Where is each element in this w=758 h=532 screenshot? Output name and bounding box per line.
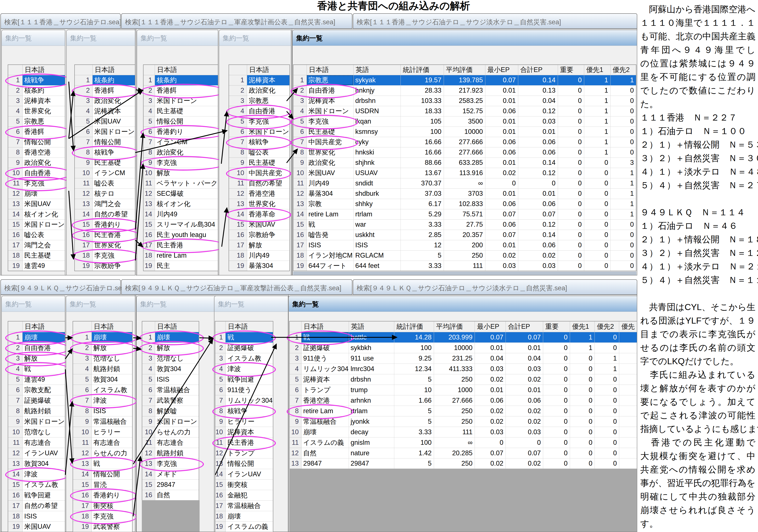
table-row[interactable]: 11李克強 [8, 178, 65, 189]
table-row[interactable]: 13鴻門之会 [75, 199, 135, 209]
tab-aggregate-list[interactable]: 集約一覧 [292, 30, 637, 46]
table-row[interactable]: 3政治変化 [75, 96, 135, 106]
table-row[interactable]: 19宗教紛争 [75, 261, 135, 271]
table-row[interactable]: 6米国ドローン [75, 126, 135, 137]
table-row[interactable]: 13敦賀304 [8, 458, 65, 469]
table-row[interactable]: 17解放 [229, 240, 290, 250]
table-row[interactable]: 13298472984752500.020.02000 [290, 458, 637, 469]
table-row[interactable]: 14津波 [8, 469, 65, 479]
table-row[interactable]: 11有志連合 [73, 437, 132, 448]
tab-aggregate-list[interactable]: 集約一覧 [136, 296, 218, 311]
table-row[interactable]: 3911使う911 use9.25231.250.040.04001 [290, 353, 637, 364]
window-titlebar-top-mid[interactable]: 検索[１１１香港＿サウジ石油テロ＿軍産攻撃計画公表＿自然災害.sea] [121, 13, 352, 29]
window-titlebar-bottom-mid[interactable]: 検索[９４９ＬＫＱ＿サウジ石油テロ＿軍産攻撃計画公表＿自然災害.sea] [121, 279, 352, 295]
table-row[interactable]: 2解放 [142, 342, 199, 353]
table-row[interactable]: 14核イオン化 [8, 209, 65, 219]
table-row[interactable]: 18ISIS [8, 511, 65, 521]
table-row[interactable]: 13情報公開 [215, 458, 273, 469]
table-row[interactable]: 13戦 [73, 458, 132, 469]
tab-aggregate-list[interactable]: 集約一覧 [137, 30, 218, 46]
table-row[interactable]: 15衝突核 [215, 479, 273, 490]
table-row[interactable]: 15米国UAV [229, 219, 290, 230]
table-row[interactable]: 4民主基礎 [143, 106, 218, 116]
tab-aggregate-list[interactable]: 集約一覧 [219, 30, 291, 46]
table-row[interactable]: 5戦争回避 [215, 374, 273, 385]
table-row[interactable]: 1核戦争 [8, 75, 65, 85]
table-row[interactable]: 19暴落304 [229, 261, 290, 271]
table-row[interactable]: 10解放 [143, 168, 218, 178]
table-row[interactable]: 4泥棒資本 [75, 106, 135, 116]
table-row[interactable]: 16嘘公表 [8, 230, 65, 240]
table-row[interactable]: 6トランプtrump1010000.010.01000 [290, 385, 637, 395]
table-row[interactable]: 17衝突核 [73, 500, 132, 511]
table-row[interactable]: 6民主基礎ksmnsy100100000.010.01010 [293, 126, 636, 137]
table-row[interactable]: 3米国ドローン [143, 96, 218, 106]
table-row[interactable]: 1戦 [215, 332, 273, 342]
table-row[interactable]: 18retire Lam [143, 250, 218, 261]
table-row[interactable]: 5連雲49 [8, 374, 65, 385]
table-row[interactable]: 16嘘告発uskkht2.8520.3570.070.14000 [293, 230, 636, 240]
table-row[interactable]: 15米国ドローン [8, 219, 65, 230]
table-row[interactable]: 3宗教悪 [229, 96, 290, 106]
table-row[interactable]: 16金融犯 [215, 490, 273, 500]
table-row[interactable]: 10范増なし [8, 427, 65, 437]
table-row[interactable]: 5米国UAV [75, 116, 135, 126]
table-row[interactable]: 4戦 [8, 364, 65, 374]
table-row[interactable]: 16香港釣り [73, 490, 132, 500]
table-row[interactable]: 10自由香港 [8, 168, 65, 178]
table-row[interactable]: 6911使う [215, 385, 273, 395]
table-row[interactable]: 11嘘公表 [75, 178, 135, 189]
table-row[interactable]: 2自由香港 [8, 342, 65, 353]
table-row[interactable]: 8政治変化 [143, 147, 218, 158]
table-row[interactable]: 6イスラム教 [73, 385, 132, 395]
table-row[interactable]: 2自由香港hnknjy28.33217.9230.010.13010 [293, 85, 636, 96]
table-row[interactable]: 4リムリック304lmrc30412.34411.3330.030.03001 [290, 364, 637, 374]
table-row[interactable]: 16自然 [142, 490, 199, 500]
table-row[interactable]: 19連雲49 [8, 261, 65, 271]
table-row[interactable]: 17世界変化 [75, 240, 135, 250]
table-row[interactable]: 1戦battle14.28203.9990.070.07010 [290, 332, 637, 342]
table-row[interactable]: 15スリーマイル島304 [143, 219, 218, 230]
table-row[interactable]: 12暴落304shdburk37.0337030.010.01001 [293, 189, 636, 199]
table-row[interactable]: 9李克強 [143, 158, 218, 168]
table-row[interactable]: 7イランCM [143, 137, 218, 147]
table-row[interactable]: 4航路封鎖 [73, 364, 132, 374]
table-row[interactable]: 13世界変化 [229, 199, 290, 209]
table-row[interactable]: 9民主基礎 [75, 158, 135, 168]
table-row[interactable]: 11自然の希望 [229, 178, 290, 189]
table-row[interactable]: 2香港餌 [143, 85, 218, 96]
table-row[interactable]: 12自然nature1.4220.2850.070.07000 [290, 448, 637, 458]
table-row[interactable]: 1核条約 [75, 75, 135, 85]
table-row[interactable]: 6米国ドローン [229, 126, 290, 137]
table-row[interactable]: 13米国UAV [8, 199, 65, 209]
table-row[interactable]: 11川内49sndidt370.37∞00001 [293, 178, 636, 189]
table-row[interactable]: 2証拠爆破sykbkh100100000.010.01010 [290, 342, 637, 353]
table-row[interactable]: 11ベラヤット・パーク [143, 178, 218, 189]
table-row[interactable]: 10らせんの力 [142, 427, 199, 437]
table-row[interactable]: 7証拠爆破 [8, 395, 65, 406]
table-row[interactable]: 10ヒラリー [73, 427, 132, 437]
window-titlebar-top-right[interactable]: 検索[１１１香港＿サウジ石油テロ＿サウジ淡水テロ＿自然災害.sea] [353, 13, 637, 29]
table-row[interactable]: 18崩壊 [215, 511, 273, 521]
table-row[interactable]: 14メギド [142, 469, 199, 479]
table-row[interactable]: 7核戦争 [229, 137, 290, 147]
table-row[interactable]: 5李克強 [229, 116, 290, 126]
horizontal-scrollbar[interactable] [293, 271, 637, 275]
table-row[interactable]: 8retire Lamrtrlam52500.020.02000 [290, 406, 637, 416]
table-row[interactable]: 12核テロ [75, 189, 135, 199]
table-row[interactable]: 10中国共産党 [229, 168, 290, 178]
table-row[interactable]: 17常温核融合 [215, 500, 273, 511]
table-row[interactable]: 6香港釣り [143, 126, 218, 137]
table-row[interactable]: 17鴻門之会 [8, 240, 65, 250]
table-row[interactable]: 19民主 [143, 261, 218, 271]
table-row[interactable]: 3泥棒資本 [8, 96, 65, 106]
tab-aggregate-list[interactable]: 集約一覧 [1, 30, 65, 46]
table-row[interactable]: 12香港空港 [229, 189, 290, 199]
table-row[interactable]: 14情報公開 [73, 469, 132, 479]
table-row[interactable]: 5情報公開 [143, 116, 218, 126]
table-row[interactable]: 8香港空港 [8, 147, 65, 158]
table-row[interactable]: 13宗教shhky6.17102.8330.060.06001 [293, 199, 636, 209]
table-row[interactable]: 19米国UAV [8, 521, 65, 532]
table-row[interactable]: 11有志連合 [142, 437, 199, 448]
table-row[interactable]: 9常温核融合jyonkk52500.020.02000 [290, 416, 637, 427]
